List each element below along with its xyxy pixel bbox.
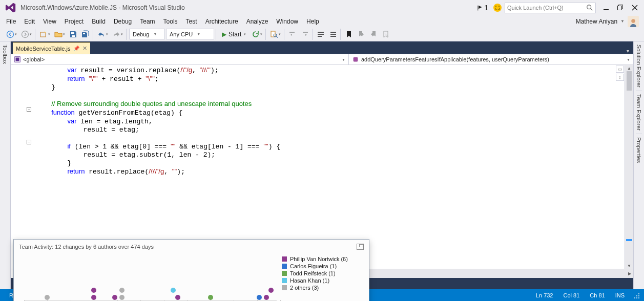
chart-dot[interactable] (175, 295, 180, 300)
start-debug-button[interactable]: ▶Start▾ (219, 31, 249, 38)
new-project-button[interactable]: ▾ (38, 29, 52, 40)
fold-toggle-icon[interactable]: − (27, 107, 31, 112)
close-button[interactable] (628, 2, 642, 13)
scroll-down-icon[interactable]: ▼ (625, 263, 633, 269)
navigate-back-button[interactable]: ▾ (5, 29, 18, 40)
svg-rect-21 (354, 57, 358, 62)
legend-label: Carlos Figueira (1) (290, 263, 337, 269)
solution-platform-dropdown[interactable]: Any CPU▼ (166, 29, 214, 39)
legend-row: Hasan Khan (1) (282, 277, 364, 284)
selection-marker (626, 239, 632, 241)
menu-view[interactable]: View (39, 15, 60, 27)
file-tab-active[interactable]: MobileServiceTable.js 📌 ✕ (13, 42, 90, 54)
chart-dot[interactable] (119, 295, 124, 300)
chart-dot[interactable] (257, 295, 262, 300)
close-tab-icon[interactable]: ✕ (82, 45, 87, 52)
title-bar: Microsoft.WindowsAzure.Mobile.JS - Micro… (0, 0, 644, 15)
team-explorer-tab[interactable]: Team Explorer (636, 91, 642, 134)
bookmark-button[interactable] (343, 29, 355, 40)
quick-launch-input[interactable] (507, 5, 586, 11)
chart-dot[interactable] (112, 295, 117, 300)
scroll-thumb[interactable] (627, 71, 632, 91)
menu-analyze[interactable]: Analyze (242, 15, 273, 27)
menu-tools[interactable]: Tools (159, 15, 182, 27)
scope-dropdown[interactable]: <global> ▼ (11, 54, 349, 64)
vertical-scrollbar[interactable]: ▲ ▼ (625, 65, 633, 269)
comment-out-button[interactable] (315, 29, 326, 40)
chart-dot[interactable] (91, 295, 96, 300)
menu-test[interactable]: Test (182, 15, 201, 27)
menu-project[interactable]: Project (60, 15, 88, 27)
menu-build[interactable]: Build (88, 15, 110, 27)
svg-point-26 (634, 297, 635, 298)
line-gutter (11, 65, 26, 269)
split-horizontal-icon[interactable]: ▭ (616, 66, 624, 73)
solution-explorer-tab[interactable]: Solution Explorer (636, 41, 642, 91)
member-dropdown[interactable]: addQueryParametersFeaturesIfApplicable(f… (349, 54, 633, 64)
save-all-button[interactable] (80, 29, 91, 40)
status-col: Col 81 (558, 292, 585, 298)
undo-button[interactable]: ▾ (96, 29, 110, 40)
code-body[interactable]: var result = version.replace(/\"/g, '\\\… (33, 65, 615, 269)
svg-line-1 (591, 9, 593, 11)
code-editor[interactable]: − − var result = version.replace(/\"/g, … (11, 65, 633, 269)
split-controls: ▭ ↕ (615, 65, 625, 269)
svg-rect-16 (303, 32, 308, 33)
uncomment-button[interactable] (327, 29, 339, 40)
notification-area: 1 (476, 4, 502, 12)
menu-file[interactable]: File (2, 15, 20, 27)
outline-column[interactable]: − − (26, 65, 33, 269)
save-button[interactable] (68, 29, 79, 40)
status-line: Ln 732 (531, 292, 558, 298)
toolbox-tab[interactable]: Toolbox (2, 41, 8, 67)
redo-button[interactable]: ▾ (111, 29, 124, 40)
navigate-forward-button[interactable]: ▾ (19, 29, 33, 40)
menu-window[interactable]: Window (272, 15, 302, 27)
pin-icon[interactable]: 📌 (73, 46, 79, 51)
open-file-button[interactable]: ▾ (53, 29, 67, 40)
dock-icon[interactable] (357, 244, 364, 250)
scroll-right-icon[interactable]: ▶ (626, 269, 633, 278)
menu-debug[interactable]: Debug (110, 15, 136, 27)
chart-dot[interactable] (119, 288, 124, 293)
svg-point-6 (7, 31, 14, 37)
step-over-button (299, 29, 310, 40)
browser-refresh-button[interactable]: ▾ (250, 29, 264, 40)
legend-row: Phillip Van Nortwick (6) (282, 256, 364, 262)
fold-toggle-icon[interactable]: − (27, 140, 31, 144)
user-dropdown-caret-icon[interactable]: ▼ (620, 19, 625, 24)
chart-dot[interactable] (208, 295, 213, 300)
user-name[interactable]: Mathew Aniyan (576, 18, 617, 25)
bookmark-next-button (368, 29, 379, 40)
find-in-files-button[interactable]: ▾ (268, 29, 282, 40)
minimize-button[interactable] (599, 2, 613, 13)
resize-grip-icon[interactable] (633, 292, 640, 299)
legend-swatch (282, 278, 287, 283)
user-avatar[interactable] (628, 16, 639, 27)
notifications-flag-icon[interactable]: 1 (476, 4, 488, 12)
quick-launch-box[interactable] (505, 3, 596, 13)
menu-team[interactable]: Team (136, 15, 159, 27)
chart-dot[interactable] (268, 288, 274, 293)
bookmark-clear-button (380, 29, 391, 40)
legend-label: 2 others (3) (290, 285, 319, 291)
restore-button[interactable] (613, 2, 628, 13)
feedback-smile-icon[interactable] (493, 4, 502, 12)
svg-point-28 (638, 297, 639, 298)
svg-rect-2 (604, 9, 609, 10)
chart-dot[interactable] (264, 295, 269, 300)
solution-config-dropdown[interactable]: Debug▼ (129, 29, 165, 39)
legend-swatch (282, 285, 287, 290)
chart-dot[interactable] (91, 288, 96, 293)
tab-overflow-caret-icon[interactable]: ▾ (622, 48, 633, 54)
search-icon (586, 4, 593, 11)
split-vertical-icon[interactable]: ↕ (616, 74, 624, 81)
scroll-up-icon[interactable]: ▲ (625, 65, 633, 71)
chart-dot[interactable] (171, 288, 176, 293)
chart-dot[interactable] (45, 295, 50, 300)
menu-help[interactable]: Help (302, 15, 323, 27)
codelens-title: Team Activity: 12 changes by 6 authors o… (19, 244, 154, 250)
menu-edit[interactable]: Edit (20, 15, 39, 27)
menu-architecture[interactable]: Architecture (201, 15, 242, 27)
properties-tab[interactable]: Properties (636, 134, 642, 166)
